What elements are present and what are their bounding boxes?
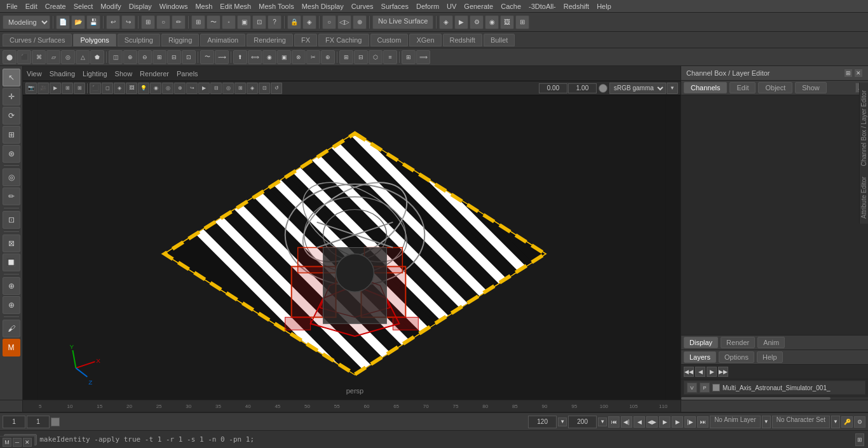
tab-polygons[interactable]: Polygons	[73, 34, 116, 46]
render-settings-btn[interactable]: ⚙	[470, 15, 484, 29]
cb-tab-object[interactable]: Object	[758, 82, 792, 93]
vp-grid-btn[interactable]: ⊞	[74, 83, 85, 94]
vp-motion-btn[interactable]: ↪	[186, 83, 198, 94]
layer-vis-btn[interactable]: V	[687, 383, 697, 393]
extrude-btn[interactable]: ⬆	[233, 50, 247, 64]
key-settings-btn[interactable]: ⚙	[854, 416, 865, 428]
menu-modify[interactable]: Modify	[97, 1, 125, 11]
sym-btn[interactable]: ◁▷	[337, 15, 351, 29]
tab-fx-caching[interactable]: FX Caching	[318, 34, 369, 46]
separate-btn[interactable]: ⊖	[138, 50, 152, 64]
camera-btn[interactable]: ⊕	[3, 296, 20, 314]
vp-cam2-btn[interactable]: 🎥	[37, 83, 49, 94]
render-opt-btn[interactable]: ⊞	[515, 15, 529, 29]
char-set-dropdown[interactable]: No Character Set	[772, 416, 830, 428]
fill-hole-btn[interactable]: ◉	[262, 50, 276, 64]
vp-bookmark-btn[interactable]: ⊡	[259, 83, 270, 94]
vp-light-btn[interactable]: 💡	[138, 83, 149, 94]
gamma-dropdown[interactable]: sRGB gamma	[609, 83, 666, 94]
scale-tool-btn[interactable]: ⊞	[3, 126, 20, 144]
new-layer-btn[interactable]: ⊕	[3, 277, 20, 295]
menu-windows[interactable]: Windows	[156, 1, 192, 11]
le-back-btn[interactable]: ◀◀	[684, 367, 694, 377]
new-scene-btn[interactable]: 📄	[56, 15, 70, 29]
mode-dropdown[interactable]: Modeling	[3, 15, 50, 29]
poly-sphere-btn[interactable]: ⬤	[3, 50, 17, 64]
menu-display[interactable]: Display	[125, 1, 156, 11]
move-tool-btn[interactable]: ✛	[3, 88, 20, 105]
anim-layer-arrow[interactable]: ▼	[762, 416, 771, 428]
soft-sel-btn[interactable]: ○	[322, 15, 336, 29]
menu-mesh-display[interactable]: Mesh Display	[298, 1, 348, 11]
scene-area[interactable]: X Y Z persp	[23, 95, 681, 400]
vp-snap-btn[interactable]: ⊞	[62, 83, 73, 94]
tab-redshift[interactable]: Redshift	[443, 34, 482, 46]
tab-curves-surfaces[interactable]: Curves / Surfaces	[3, 34, 72, 46]
tab-xgen[interactable]: XGen	[409, 34, 441, 46]
vp-show[interactable]: Show	[115, 70, 133, 78]
menu-file[interactable]: File	[3, 1, 22, 11]
menu-generate[interactable]: Generate	[460, 1, 497, 11]
menu-edit[interactable]: Edit	[22, 1, 41, 11]
menu-redshift[interactable]: Redshift	[560, 1, 593, 11]
tab-anim[interactable]: Anim	[757, 337, 785, 348]
paint-sel-btn[interactable]: ✏	[172, 15, 186, 29]
layer-color-swatch[interactable]	[712, 384, 720, 391]
render-seq-btn[interactable]: ▶	[454, 15, 468, 29]
vp-cam3-btn[interactable]: ▶	[50, 83, 61, 94]
menu-curves[interactable]: Curves	[348, 1, 377, 11]
vert-tab-attribute-editor[interactable]: Attribute Editor	[860, 172, 868, 224]
target-weld-btn[interactable]: ⊗	[292, 50, 306, 64]
redo-btn[interactable]: ↪	[121, 15, 135, 29]
menu-create[interactable]: Create	[41, 1, 70, 11]
timeline-ruler[interactable]: 5 10 15 20 25 30 35 40 45 50 55 60 65 70…	[23, 400, 681, 412]
vp-view[interactable]: View	[27, 70, 42, 78]
sculpt-btn[interactable]: ✏	[3, 187, 20, 205]
ep-curve-btn[interactable]: ⟿	[215, 50, 229, 64]
pb-prev-key-btn[interactable]: ◀|	[621, 416, 632, 428]
srgb-circle-btn[interactable]	[599, 84, 607, 93]
vp-shade-btn[interactable]: ⬛	[90, 83, 101, 94]
mirror-btn[interactable]: ◫	[109, 50, 123, 64]
snap-grid-btn[interactable]: ⊞	[191, 15, 205, 29]
bevel-btn[interactable]: ⬡	[369, 50, 383, 64]
snap-point-btn[interactable]: ◦	[222, 15, 236, 29]
pb-go-start-btn[interactable]: ⏮	[608, 416, 620, 428]
pb-next-frame-btn[interactable]: ▶	[672, 416, 683, 428]
vp-shadow-btn[interactable]: ◉	[150, 83, 161, 94]
close-panel-btn[interactable]: ✕	[854, 69, 863, 78]
le-next-btn[interactable]: ▶▶	[718, 367, 728, 377]
poly-cube-btn[interactable]: ⬛	[17, 50, 31, 64]
poly-cone-btn[interactable]: △	[76, 50, 90, 64]
uv-editor-btn[interactable]: ⊞	[402, 50, 416, 64]
tab-sculpting[interactable]: Sculpting	[118, 34, 160, 46]
layer-ref-btn[interactable]: P	[700, 383, 710, 393]
tab-fx[interactable]: FX	[294, 34, 317, 46]
vp-panels[interactable]: Panels	[177, 70, 198, 78]
undo-btn[interactable]: ↩	[106, 15, 120, 29]
vp-look-btn[interactable]: ↺	[271, 83, 282, 94]
offset-edge-btn[interactable]: ⊟	[354, 50, 368, 64]
vp-xray-btn[interactable]: ◈	[114, 83, 125, 94]
snap-curve-btn[interactable]: 〜	[207, 15, 220, 29]
vp-isolate-btn[interactable]: ◈	[247, 83, 258, 94]
vp-lighting[interactable]: Lighting	[83, 70, 107, 78]
layer-scroll[interactable]	[681, 397, 868, 400]
tab-bullet[interactable]: Bullet	[484, 34, 515, 46]
cv-curve-btn[interactable]: 〜	[200, 50, 214, 64]
vp-cam-btn[interactable]: 📷	[25, 83, 37, 94]
vp-tex-btn[interactable]: 🖼	[126, 83, 137, 94]
anim-end-input[interactable]	[528, 416, 557, 428]
anim-layer-dropdown[interactable]: No Anim Layer	[710, 416, 761, 428]
vp-wire-btn[interactable]: ◻	[102, 83, 113, 94]
le-prev-btn[interactable]: ◀	[695, 367, 705, 377]
quad-draw-btn[interactable]: ▣	[277, 50, 291, 64]
char-set-arrow[interactable]: ▼	[831, 416, 840, 428]
uv-unfold-btn[interactable]: ⟹	[416, 50, 430, 64]
select-tool-btn[interactable]: ↖	[3, 69, 20, 86]
pb-next-key-btn[interactable]: |▶	[684, 416, 696, 428]
le-tab-options[interactable]: Options	[719, 351, 754, 363]
combine-btn[interactable]: ⊕	[123, 50, 137, 64]
paint-effects-btn[interactable]: 🖌	[3, 320, 20, 337]
vp-display-btn[interactable]: ◎	[222, 83, 234, 94]
